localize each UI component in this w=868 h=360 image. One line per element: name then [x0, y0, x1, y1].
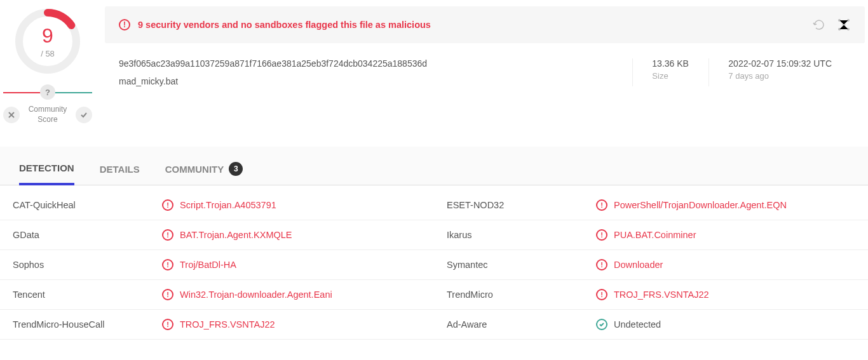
detection-label: TROJ_FRS.VSNTAJ22: [614, 290, 709, 300]
clean-icon: [596, 319, 607, 330]
file-timestamp: 2022-02-07 15:09:32 UTC: [728, 58, 832, 69]
file-info-row: 9e3f065ac23a99a11037259a871f7166ae381a25…: [105, 43, 865, 97]
vendor-name: GData: [0, 220, 149, 250]
detection-label: PUA.BAT.Coinminer: [614, 230, 696, 240]
detection-label: Script.Trojan.A4053791: [180, 200, 276, 210]
detection-label: TROJ_FRS.VSNTAJ22: [180, 319, 275, 330]
file-reltime: 7 days ago: [728, 71, 832, 81]
file-size-value: 13.36 KB: [652, 58, 689, 69]
detection-label: Win32.Trojan-downloader.Agent.Eani: [180, 290, 332, 300]
malicious-icon: !: [162, 199, 173, 211]
result-row: Tencent!Win32.Trojan-downloader.Agent.Ea…: [0, 280, 868, 310]
detection-label: Downloader: [614, 260, 663, 270]
file-hash: 9e3f065ac23a99a11037259a871f7166ae381a25…: [119, 58, 632, 69]
detection-cell: !Downloader: [583, 250, 868, 279]
detection-label: PowerShell/TrojanDownloader.Agent.EQN: [614, 200, 787, 210]
vote-down-button[interactable]: [3, 107, 20, 123]
vendor-name: TrendMicro-HouseCall: [0, 310, 149, 339]
file-time-stat: 2022-02-07 15:09:32 UTC 7 days ago: [709, 58, 851, 86]
malicious-icon: !: [596, 229, 607, 241]
detection-cell: !Script.Trojan.A4053791: [149, 190, 434, 220]
file-size-label: Size: [652, 71, 689, 81]
detection-label: BAT.Trojan.Agent.KXMQLE: [180, 230, 292, 240]
tab-community-label: COMMUNITY: [165, 164, 224, 175]
community-count-badge: 3: [229, 162, 243, 176]
score-panel: 9 / 58 ? Community Score: [3, 0, 92, 124]
vendor-name: Symantec: [434, 250, 583, 279]
vendor-name: ESET-NOD32: [434, 190, 583, 220]
file-size-stat: 13.36 KB Size: [632, 58, 709, 86]
graph-icon[interactable]: [837, 18, 851, 32]
result-row: TrendMicro-HouseCall!TROJ_FRS.VSNTAJ22Ad…: [0, 310, 868, 340]
tab-detection[interactable]: DETECTION: [19, 162, 74, 185]
malicious-icon: !: [162, 319, 173, 330]
file-name: mad_micky.bat: [119, 76, 632, 86]
malicious-icon: !: [162, 229, 173, 241]
detection-cell: !TROJ_FRS.VSNTAJ22: [149, 310, 434, 339]
result-row: CAT-QuickHeal!Script.Trojan.A4053791ESET…: [0, 190, 868, 220]
detection-count: 9: [42, 24, 53, 48]
tab-details[interactable]: DETAILS: [100, 162, 140, 185]
detection-cell: !TROJ_FRS.VSNTAJ22: [583, 280, 868, 309]
detection-cell: !PowerShell/TrojanDownloader.Agent.EQN: [583, 190, 868, 220]
detection-gauge: 9 / 58: [13, 6, 83, 76]
tab-community[interactable]: COMMUNITY 3: [165, 162, 243, 185]
malicious-icon: !: [162, 289, 173, 300]
result-row: GData!BAT.Trojan.Agent.KXMQLEIkarus!PUA.…: [0, 220, 868, 250]
vote-up-button[interactable]: [76, 107, 92, 123]
vendor-name: CAT-QuickHeal: [0, 190, 149, 220]
vendor-name: Ad-Aware: [434, 310, 583, 339]
malicious-icon: !: [596, 259, 607, 270]
malicious-icon: !: [596, 199, 607, 211]
detection-cell: !Win32.Trojan-downloader.Agent.Eani: [149, 280, 434, 309]
reanalyze-icon[interactable]: [813, 18, 825, 31]
community-score-label: Community Score: [29, 105, 67, 124]
detection-cell: !PUA.BAT.Coinminer: [583, 220, 868, 250]
tabs: DETECTION DETAILS COMMUNITY 3: [0, 147, 868, 185]
malicious-icon: !: [162, 259, 173, 270]
banner-text: 9 security vendors and no sandboxes flag…: [138, 20, 431, 30]
community-help-icon[interactable]: ?: [40, 84, 55, 100]
detection-label: Undetected: [614, 319, 661, 330]
vendor-name: TrendMicro: [434, 280, 583, 309]
malicious-icon: !: [596, 289, 607, 300]
detection-label: Troj/BatDl-HA: [180, 260, 236, 270]
community-score-bar: ?: [3, 92, 92, 93]
detection-cell: !Troj/BatDl-HA: [149, 250, 434, 279]
detection-results: CAT-QuickHeal!Script.Trojan.A4053791ESET…: [0, 185, 868, 352]
vendor-name: Sophos: [0, 250, 149, 279]
detection-cell: Undetected: [583, 310, 868, 339]
malicious-banner: ! 9 security vendors and no sandboxes fl…: [105, 6, 865, 43]
vendor-name: Tencent: [0, 280, 149, 309]
alert-icon: !: [119, 19, 130, 30]
detection-cell: !BAT.Trojan.Agent.KXMQLE: [149, 220, 434, 250]
result-row: Sophos!Troj/BatDl-HASymantec!Downloader: [0, 250, 868, 280]
detection-total: / 58: [41, 49, 55, 58]
vendor-name: Ikarus: [434, 220, 583, 250]
